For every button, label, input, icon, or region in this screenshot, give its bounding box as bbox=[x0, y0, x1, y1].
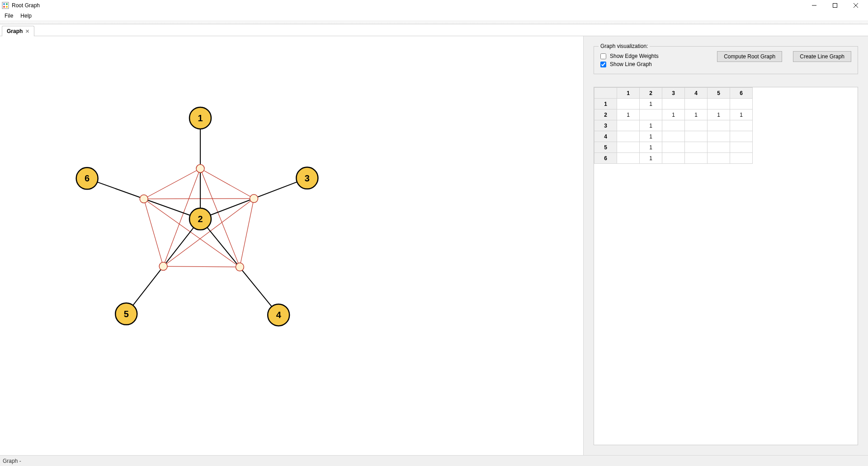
table-cell[interactable] bbox=[617, 131, 640, 142]
table-cell[interactable] bbox=[685, 99, 708, 109]
menu-help[interactable]: Help bbox=[17, 12, 35, 20]
table-cell[interactable]: 1 bbox=[617, 109, 640, 120]
table-cell[interactable]: 1 bbox=[640, 131, 662, 142]
visualization-groupbox: Graph visualization: Show Edge Weights S… bbox=[594, 46, 858, 74]
window-controls bbox=[804, 0, 866, 11]
side-panel: Graph visualization: Show Edge Weights S… bbox=[584, 36, 868, 455]
table-cell[interactable] bbox=[617, 120, 640, 131]
table-cell[interactable] bbox=[662, 99, 685, 109]
node-label: 5 bbox=[124, 309, 129, 319]
table-cell[interactable] bbox=[617, 99, 640, 109]
table-cell[interactable]: 1 bbox=[640, 153, 662, 164]
node-label: 1 bbox=[198, 113, 203, 123]
adjacency-table[interactable]: 1234561121111131415161 bbox=[594, 87, 753, 164]
tab-label: Graph bbox=[7, 28, 23, 34]
close-button[interactable] bbox=[845, 0, 866, 11]
table-corner bbox=[594, 88, 617, 99]
line-graph-node[interactable] bbox=[159, 262, 167, 271]
table-cell[interactable] bbox=[617, 142, 640, 153]
table-cell[interactable] bbox=[730, 142, 753, 153]
table-cell[interactable]: 1 bbox=[640, 142, 662, 153]
table-cell[interactable] bbox=[730, 153, 753, 164]
node-label: 3 bbox=[305, 173, 310, 183]
table-cell[interactable] bbox=[708, 131, 730, 142]
menu-file[interactable]: File bbox=[1, 12, 17, 20]
adjacency-table-wrap: 1234561121111131415161 bbox=[594, 87, 858, 445]
svg-rect-0 bbox=[2, 2, 9, 9]
groupbox-legend: Graph visualization: bbox=[599, 43, 650, 49]
checkbox-show-edge-weights[interactable]: Show Edge Weights bbox=[600, 53, 659, 59]
svg-line-15 bbox=[144, 199, 254, 199]
line-graph-node[interactable] bbox=[250, 195, 258, 203]
svg-line-13 bbox=[240, 199, 254, 267]
table-row-header: 1 bbox=[594, 99, 617, 109]
minimize-button[interactable] bbox=[804, 0, 825, 11]
table-cell[interactable] bbox=[685, 120, 708, 131]
table-row: 41 bbox=[594, 131, 753, 142]
table-col-header: 2 bbox=[640, 88, 662, 99]
svg-point-3 bbox=[3, 6, 5, 8]
svg-rect-6 bbox=[833, 4, 837, 8]
table-cell[interactable] bbox=[617, 153, 640, 164]
node-label: 6 bbox=[85, 173, 90, 183]
tab-graph[interactable]: Graph ✕ bbox=[2, 26, 34, 36]
table-col-header: 3 bbox=[662, 88, 685, 99]
svg-line-9 bbox=[200, 169, 254, 199]
table-row: 11 bbox=[594, 99, 753, 109]
checkbox-input[interactable] bbox=[600, 62, 606, 67]
table-cell[interactable] bbox=[730, 131, 753, 142]
node-label: 2 bbox=[198, 214, 203, 224]
line-graph-node[interactable] bbox=[140, 195, 148, 203]
table-row-header: 5 bbox=[594, 142, 617, 153]
node-label: 4 bbox=[276, 310, 282, 320]
close-icon[interactable]: ✕ bbox=[25, 29, 29, 34]
menubar: File Help bbox=[0, 11, 868, 21]
table-row: 61 bbox=[594, 153, 753, 164]
table-cell[interactable] bbox=[662, 153, 685, 164]
statusbar: Graph - bbox=[0, 455, 868, 466]
table-cell[interactable] bbox=[685, 142, 708, 153]
table-cell[interactable] bbox=[685, 131, 708, 142]
table-cell[interactable] bbox=[708, 99, 730, 109]
table-cell[interactable]: 1 bbox=[662, 109, 685, 120]
table-cell[interactable]: 1 bbox=[685, 109, 708, 120]
table-cell[interactable] bbox=[685, 153, 708, 164]
checkbox-input[interactable] bbox=[600, 53, 606, 59]
graph-canvas[interactable]: 123456 bbox=[0, 36, 584, 455]
table-cell[interactable] bbox=[708, 142, 730, 153]
create-line-graph-button[interactable]: Create Line Graph bbox=[793, 51, 851, 62]
svg-point-2 bbox=[6, 3, 8, 5]
svg-point-4 bbox=[6, 6, 8, 8]
titlebar: Root Graph bbox=[0, 0, 868, 11]
table-row: 31 bbox=[594, 120, 753, 131]
svg-line-14 bbox=[163, 199, 254, 266]
table-cell[interactable]: 1 bbox=[640, 120, 662, 131]
table-cell[interactable]: 1 bbox=[640, 99, 662, 109]
table-row-header: 3 bbox=[594, 120, 617, 131]
line-graph-node[interactable] bbox=[236, 263, 244, 271]
table-cell[interactable] bbox=[708, 153, 730, 164]
table-cell[interactable] bbox=[708, 120, 730, 131]
compute-root-graph-button[interactable]: Compute Root Graph bbox=[717, 51, 782, 62]
statusbar-text: Graph - bbox=[3, 458, 21, 464]
content: 123456 Graph visualization: Show Edge We… bbox=[0, 36, 868, 455]
line-graph-node[interactable] bbox=[196, 165, 204, 173]
svg-line-12 bbox=[144, 169, 200, 199]
table-cell[interactable]: 1 bbox=[730, 109, 753, 120]
table-cell[interactable] bbox=[730, 120, 753, 131]
table-row-header: 2 bbox=[594, 109, 617, 120]
svg-point-1 bbox=[3, 3, 5, 5]
table-cell[interactable] bbox=[662, 131, 685, 142]
checkbox-show-line-graph[interactable]: Show Line Graph bbox=[600, 61, 659, 67]
checkbox-label: Show Line Graph bbox=[610, 61, 652, 67]
table-row: 51 bbox=[594, 142, 753, 153]
table-cell[interactable]: 1 bbox=[708, 109, 730, 120]
table-cell[interactable] bbox=[640, 109, 662, 120]
maximize-button[interactable] bbox=[825, 0, 845, 11]
tabbar: Graph ✕ bbox=[0, 24, 868, 36]
table-cell[interactable] bbox=[662, 120, 685, 131]
table-cell[interactable] bbox=[730, 99, 753, 109]
toolbar-strip bbox=[0, 21, 868, 24]
table-cell[interactable] bbox=[662, 142, 685, 153]
graph-svg[interactable]: 123456 bbox=[0, 36, 583, 455]
